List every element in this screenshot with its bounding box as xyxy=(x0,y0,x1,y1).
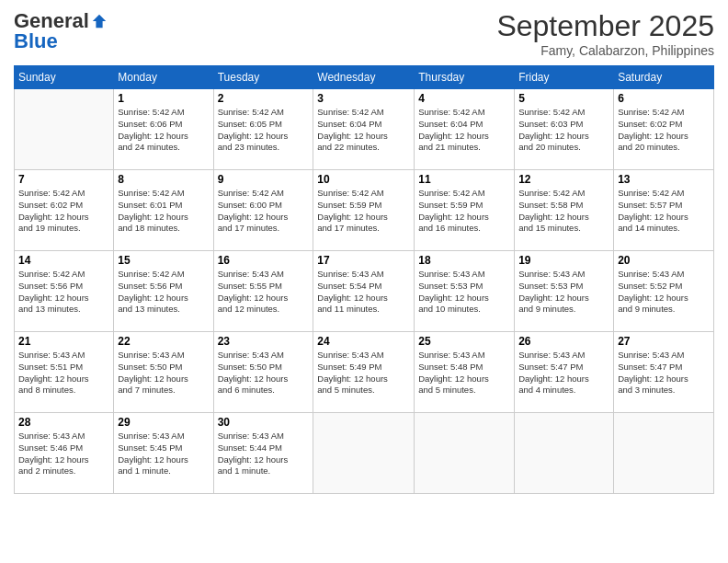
day-info: Sunrise: 5:43 AM Sunset: 5:53 PM Dayligh… xyxy=(518,269,609,316)
col-sunday: Sunday xyxy=(15,66,114,89)
table-row: 10Sunrise: 5:42 AM Sunset: 5:59 PM Dayli… xyxy=(313,170,415,251)
table-row: 26Sunrise: 5:43 AM Sunset: 5:47 PM Dayli… xyxy=(515,332,614,413)
day-info: Sunrise: 5:42 AM Sunset: 5:56 PM Dayligh… xyxy=(18,269,109,316)
day-number: 30 xyxy=(218,416,310,429)
table-row: 15Sunrise: 5:42 AM Sunset: 5:56 PM Dayli… xyxy=(114,251,213,332)
table-row: 30Sunrise: 5:43 AM Sunset: 5:44 PM Dayli… xyxy=(213,413,313,494)
calendar-week-2: 14Sunrise: 5:42 AM Sunset: 5:56 PM Dayli… xyxy=(15,251,714,332)
day-info: Sunrise: 5:42 AM Sunset: 5:59 PM Dayligh… xyxy=(418,188,510,235)
day-number: 28 xyxy=(18,416,109,429)
day-number: 27 xyxy=(618,335,710,348)
month-title: September 2025 xyxy=(496,9,714,43)
day-info: Sunrise: 5:42 AM Sunset: 6:06 PM Dayligh… xyxy=(118,107,209,154)
table-row xyxy=(15,89,114,170)
location: Famy, Calabarzon, Philippines xyxy=(496,43,714,58)
day-number: 21 xyxy=(18,335,109,348)
day-number: 15 xyxy=(118,254,209,267)
day-number: 14 xyxy=(18,254,109,267)
table-row: 1Sunrise: 5:42 AM Sunset: 6:06 PM Daylig… xyxy=(114,89,213,170)
day-info: Sunrise: 5:43 AM Sunset: 5:50 PM Dayligh… xyxy=(218,350,310,396)
day-number: 18 xyxy=(418,254,510,267)
table-row: 6Sunrise: 5:42 AM Sunset: 6:02 PM Daylig… xyxy=(614,89,714,170)
day-number: 13 xyxy=(618,173,710,186)
day-info: Sunrise: 5:42 AM Sunset: 6:05 PM Dayligh… xyxy=(218,107,310,154)
table-row: 14Sunrise: 5:42 AM Sunset: 5:56 PM Dayli… xyxy=(15,251,114,332)
table-row: 23Sunrise: 5:43 AM Sunset: 5:50 PM Dayli… xyxy=(213,332,313,413)
table-row: 5Sunrise: 5:42 AM Sunset: 6:03 PM Daylig… xyxy=(515,89,614,170)
table-row: 2Sunrise: 5:42 AM Sunset: 6:05 PM Daylig… xyxy=(213,89,313,170)
table-row: 19Sunrise: 5:43 AM Sunset: 5:53 PM Dayli… xyxy=(515,251,614,332)
day-info: Sunrise: 5:42 AM Sunset: 6:03 PM Dayligh… xyxy=(518,107,609,154)
day-info: Sunrise: 5:43 AM Sunset: 5:47 PM Dayligh… xyxy=(518,350,609,396)
col-tuesday: Tuesday xyxy=(213,66,313,89)
table-row: 24Sunrise: 5:43 AM Sunset: 5:49 PM Dayli… xyxy=(313,332,415,413)
table-row: 12Sunrise: 5:42 AM Sunset: 5:58 PM Dayli… xyxy=(515,170,614,251)
day-number: 26 xyxy=(518,335,609,348)
table-row xyxy=(313,413,415,494)
day-info: Sunrise: 5:43 AM Sunset: 5:45 PM Dayligh… xyxy=(118,431,209,477)
calendar-week-3: 21Sunrise: 5:43 AM Sunset: 5:51 PM Dayli… xyxy=(15,332,714,413)
day-number: 2 xyxy=(218,92,310,105)
table-row: 7Sunrise: 5:42 AM Sunset: 6:02 PM Daylig… xyxy=(15,170,114,251)
col-monday: Monday xyxy=(114,66,213,89)
day-number: 10 xyxy=(317,173,410,186)
table-row: 28Sunrise: 5:43 AM Sunset: 5:46 PM Dayli… xyxy=(15,413,114,494)
table-row: 3Sunrise: 5:42 AM Sunset: 6:04 PM Daylig… xyxy=(313,89,415,170)
calendar-header-row: Sunday Monday Tuesday Wednesday Thursday… xyxy=(15,66,714,89)
day-number: 17 xyxy=(317,254,410,267)
table-row: 25Sunrise: 5:43 AM Sunset: 5:48 PM Dayli… xyxy=(415,332,515,413)
logo: General Blue xyxy=(14,9,108,53)
day-info: Sunrise: 5:42 AM Sunset: 6:04 PM Dayligh… xyxy=(317,107,410,154)
day-info: Sunrise: 5:42 AM Sunset: 5:59 PM Dayligh… xyxy=(317,188,410,235)
table-row: 27Sunrise: 5:43 AM Sunset: 5:47 PM Dayli… xyxy=(614,332,714,413)
day-number: 29 xyxy=(118,416,209,429)
day-info: Sunrise: 5:42 AM Sunset: 6:02 PM Dayligh… xyxy=(18,188,109,235)
day-info: Sunrise: 5:43 AM Sunset: 5:55 PM Dayligh… xyxy=(218,269,310,316)
day-info: Sunrise: 5:42 AM Sunset: 6:02 PM Dayligh… xyxy=(618,107,710,154)
calendar-week-0: 1Sunrise: 5:42 AM Sunset: 6:06 PM Daylig… xyxy=(15,89,714,170)
day-info: Sunrise: 5:43 AM Sunset: 5:44 PM Dayligh… xyxy=(218,431,310,477)
day-info: Sunrise: 5:43 AM Sunset: 5:46 PM Dayligh… xyxy=(18,431,109,477)
table-row xyxy=(614,413,714,494)
title-block: September 2025 Famy, Calabarzon, Philipp… xyxy=(496,9,714,58)
day-number: 16 xyxy=(218,254,310,267)
col-saturday: Saturday xyxy=(614,66,714,89)
day-info: Sunrise: 5:43 AM Sunset: 5:51 PM Dayligh… xyxy=(18,350,109,396)
calendar: Sunday Monday Tuesday Wednesday Thursday… xyxy=(14,65,714,494)
day-number: 20 xyxy=(618,254,710,267)
day-number: 25 xyxy=(418,335,510,348)
day-info: Sunrise: 5:43 AM Sunset: 5:50 PM Dayligh… xyxy=(118,350,209,396)
day-info: Sunrise: 5:42 AM Sunset: 5:57 PM Dayligh… xyxy=(618,188,710,235)
day-info: Sunrise: 5:43 AM Sunset: 5:47 PM Dayligh… xyxy=(618,350,710,396)
day-number: 11 xyxy=(418,173,510,186)
logo-blue-text: Blue xyxy=(14,29,58,53)
svg-marker-0 xyxy=(93,15,106,28)
day-number: 4 xyxy=(418,92,510,105)
calendar-week-4: 28Sunrise: 5:43 AM Sunset: 5:46 PM Dayli… xyxy=(15,413,714,494)
day-info: Sunrise: 5:42 AM Sunset: 6:00 PM Dayligh… xyxy=(218,188,310,235)
calendar-week-1: 7Sunrise: 5:42 AM Sunset: 6:02 PM Daylig… xyxy=(15,170,714,251)
table-row: 22Sunrise: 5:43 AM Sunset: 5:50 PM Dayli… xyxy=(114,332,213,413)
day-info: Sunrise: 5:43 AM Sunset: 5:48 PM Dayligh… xyxy=(418,350,510,396)
day-info: Sunrise: 5:43 AM Sunset: 5:53 PM Dayligh… xyxy=(418,269,510,316)
day-number: 5 xyxy=(518,92,609,105)
table-row: 4Sunrise: 5:42 AM Sunset: 6:04 PM Daylig… xyxy=(415,89,515,170)
day-info: Sunrise: 5:43 AM Sunset: 5:52 PM Dayligh… xyxy=(618,269,710,316)
day-number: 12 xyxy=(518,173,609,186)
day-info: Sunrise: 5:42 AM Sunset: 6:04 PM Dayligh… xyxy=(418,107,510,154)
day-number: 22 xyxy=(118,335,209,348)
day-info: Sunrise: 5:42 AM Sunset: 6:01 PM Dayligh… xyxy=(118,188,209,235)
col-wednesday: Wednesday xyxy=(313,66,415,89)
logo-icon xyxy=(91,13,108,29)
table-row: 20Sunrise: 5:43 AM Sunset: 5:52 PM Dayli… xyxy=(614,251,714,332)
table-row xyxy=(415,413,515,494)
table-row: 9Sunrise: 5:42 AM Sunset: 6:00 PM Daylig… xyxy=(213,170,313,251)
day-number: 1 xyxy=(118,92,209,105)
day-number: 24 xyxy=(317,335,410,348)
table-row: 29Sunrise: 5:43 AM Sunset: 5:45 PM Dayli… xyxy=(114,413,213,494)
table-row: 13Sunrise: 5:42 AM Sunset: 5:57 PM Dayli… xyxy=(614,170,714,251)
page: General Blue September 2025 Famy, Calaba… xyxy=(0,0,728,563)
table-row: 17Sunrise: 5:43 AM Sunset: 5:54 PM Dayli… xyxy=(313,251,415,332)
day-number: 3 xyxy=(317,92,410,105)
col-thursday: Thursday xyxy=(415,66,515,89)
